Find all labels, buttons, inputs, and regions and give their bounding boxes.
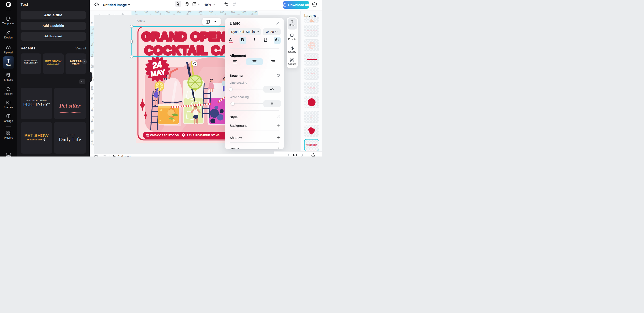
svg-text:WWW.CAPCUT.COM: WWW.CAPCUT.COM	[150, 134, 179, 137]
svg-text:123 ANYWHERE ST, 45: 123 ANYWHERE ST, 45	[187, 134, 220, 137]
